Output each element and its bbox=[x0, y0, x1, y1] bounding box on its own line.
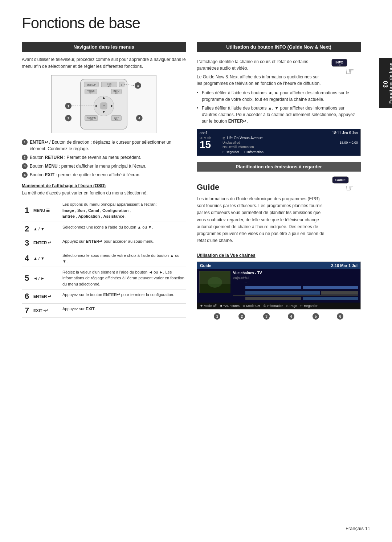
guide-footer-item6: ↵ Regarder bbox=[300, 304, 318, 308]
svg-text:GUIDE: GUIDE bbox=[335, 178, 346, 182]
circle-2: 2 bbox=[238, 313, 245, 320]
guide-footer-item5: ◇ Page bbox=[286, 304, 297, 308]
nav-intro-text: Avant d'utiliser le téléviseur, procédez… bbox=[22, 56, 186, 70]
page-footer: Français 11 bbox=[346, 526, 370, 531]
table-row: 1 MENU ☰ Les options du menu principal a… bbox=[22, 199, 186, 222]
svg-text:ℹ⓪: ℹ⓪ bbox=[115, 92, 118, 94]
svg-text:↵: ↵ bbox=[103, 104, 105, 107]
info-bullet-2: Faites défiler à l'aide des boutons ▲, ▼… bbox=[197, 105, 361, 124]
guide-time-label: Aujourd'hui bbox=[233, 276, 358, 280]
row-desc: Sélectionnez une icône à l'aide du bouto… bbox=[61, 222, 186, 236]
circle-5: 5 bbox=[313, 313, 319, 320]
table-row: 5 ◄ / ► Réglez la valeur d'un élément à … bbox=[22, 267, 186, 290]
circle-1: 1 bbox=[214, 313, 220, 320]
guide-section: Guide Les informations du Guide électron… bbox=[197, 176, 361, 249]
row-key: ENTER ↵ bbox=[32, 236, 61, 250]
row-desc: Les options du menu principal apparaisse… bbox=[61, 199, 186, 222]
row-key: ◄ / ► bbox=[32, 267, 61, 290]
guide-footer-item4: ⑦ Information bbox=[263, 304, 283, 308]
guide-channel-label: Vue chaînes - TV bbox=[233, 271, 358, 275]
guide-button-area: GUIDE ☞ bbox=[330, 176, 361, 200]
table-row: 2 ▲ / ▼ Sélectionnez une icône à l'aide … bbox=[22, 222, 186, 236]
info-panel-right: ⊠ Life On Venus Avenue Unclassified 18:0… bbox=[222, 136, 358, 154]
table-row: 4 ▲ / ▼ Sélectionnez le sous-menu de vot… bbox=[22, 250, 186, 267]
row-key: MENU ☰ bbox=[32, 199, 61, 222]
svg-text:☞: ☞ bbox=[346, 182, 354, 193]
info-panel-channel: abc1 bbox=[200, 131, 208, 135]
planif-section-header: Planification des émissions à regarder bbox=[197, 162, 361, 172]
info-text2: Le Guide Now & Next affiche des informat… bbox=[197, 74, 324, 87]
row-key: EXIT •⏎ bbox=[32, 304, 61, 318]
guide-footer-item2: ■ +24 heures bbox=[220, 304, 240, 308]
svg-text:☞: ☞ bbox=[345, 66, 354, 77]
svg-text:INFO: INFO bbox=[113, 90, 119, 93]
svg-text:G: G bbox=[121, 84, 122, 86]
row-key: ▲ / ▼ bbox=[32, 250, 61, 267]
right-column: Utilisation du bouton INFO (Guide Now & … bbox=[197, 42, 361, 320]
row-num: 1 bbox=[22, 199, 32, 222]
row-num: 2 bbox=[22, 222, 32, 236]
svg-text:ⓔ□: ⓔ□ bbox=[89, 92, 92, 94]
guide-title: Guide bbox=[197, 182, 327, 192]
info-ch-number: 15 bbox=[200, 140, 211, 150]
menu-table: 1 MENU ☰ Les options du menu principal a… bbox=[22, 199, 186, 318]
row-desc: Appuyez sur EXIT. bbox=[61, 304, 186, 318]
svg-text:ⓔ↩: ⓔ↩ bbox=[90, 119, 93, 121]
remote-svg: MEDIA.P ☰ ⓔ ■ⓔ G TOOLS ⓔ□ bbox=[52, 75, 156, 133]
circle-4: 4 bbox=[288, 313, 294, 320]
row-desc: Réglez la valeur d'un élément à l'aide d… bbox=[61, 267, 186, 290]
info-intro: L'affichage identifie la chaîne en cours… bbox=[197, 58, 324, 87]
info-button-graphic: INFO ℹ⓪ ☞ bbox=[330, 58, 359, 82]
bullet-menu: 3 Bouton MENU : permet d'afficher le men… bbox=[22, 163, 186, 169]
row-num: 4 bbox=[22, 250, 32, 267]
table-row: 7 EXIT •⏎ Appuyez sur EXIT. bbox=[22, 304, 186, 318]
guide-button-graphic: GUIDE ☞ bbox=[332, 176, 359, 198]
svg-text:-■ⓔ: -■ⓔ bbox=[115, 119, 118, 121]
info-panel-left: DTV Air 15 bbox=[200, 136, 220, 154]
row-key: ▲ / ▼ bbox=[32, 222, 61, 236]
left-column: Navigation dans les menus Avant d'utilis… bbox=[22, 42, 186, 320]
info-bullet-1: Faites défiler à l'aide des boutons ◄, ►… bbox=[197, 90, 361, 103]
guide-footer-item3: ⊕ Mode CH bbox=[242, 304, 260, 308]
chapter-label: Fonctions de base bbox=[388, 62, 392, 104]
bullet-exit: 4 Bouton EXIT : permet de quitter le men… bbox=[22, 172, 186, 178]
svg-text:4: 4 bbox=[138, 117, 140, 120]
guide-panel-footer: ★ Mode aff. ■ +24 heures ⊕ Mode CH ⑦ Inf… bbox=[197, 303, 360, 309]
chapter-number: 03 bbox=[382, 81, 388, 88]
guide-channel-list: Vue chaînes - TV Aujourd'hui -- bbox=[233, 271, 358, 301]
nav-bullets: 1 ENTER↵ / Bouton de direction : déplace… bbox=[22, 139, 186, 178]
svg-text:1: 1 bbox=[68, 104, 69, 108]
bullet-return: 2 Bouton RETURN : Permet de revenir au m… bbox=[22, 154, 186, 161]
info-section-header: Utilisation du bouton INFO (Guide Now & … bbox=[197, 42, 361, 52]
info-text1: L'affichage identifie la chaîne en cours… bbox=[197, 58, 324, 71]
osd-subtitle: La méthode d'accès peut varier en foncti… bbox=[22, 190, 186, 196]
utilisation-sub: Utilisation de la Vue chaînes bbox=[197, 253, 361, 258]
svg-text:INFO: INFO bbox=[335, 61, 343, 64]
nav-section-header: Navigation dans les menus bbox=[22, 42, 186, 52]
guide-panel-body: Vue chaînes - TV Aujourd'hui -- bbox=[197, 269, 360, 303]
info-panel-time: 18:11 Jeu 6 Jan bbox=[332, 131, 358, 135]
svg-text:▲: ▲ bbox=[102, 96, 106, 100]
row-key: ENTER ↵ bbox=[32, 290, 61, 304]
row-num: 5 bbox=[22, 267, 32, 290]
guide-thumbnail bbox=[199, 271, 230, 293]
svg-text:ℹ⓪: ℹ⓪ bbox=[338, 64, 341, 67]
row-desc: Sélectionnez le sous-menu de votre choix… bbox=[61, 250, 186, 267]
guide-circle-numbers: 1 2 3 4 5 6 bbox=[205, 313, 353, 320]
page-title: Fonctions de base bbox=[22, 15, 361, 32]
row-num: 7 bbox=[22, 304, 32, 318]
row-num: 3 bbox=[22, 236, 32, 250]
row-desc: Appuyez sur ENTER↵ pour accéder au sous-… bbox=[61, 236, 186, 250]
guide-footer-item1: ★ Mode aff. bbox=[200, 304, 217, 308]
svg-text:►: ► bbox=[110, 104, 114, 108]
planif-section: Planification des émissions à regarder bbox=[197, 162, 361, 172]
circle-3: 3 bbox=[263, 313, 270, 320]
circle-6: 6 bbox=[337, 313, 343, 320]
info-panel: abc1 18:11 Jeu 6 Jan DTV Air 15 ⊠ Life O… bbox=[197, 129, 361, 156]
guide-panel-date: 2-10 Mar 1 Jul bbox=[331, 263, 358, 268]
svg-text:■ⓔ: ■ⓔ bbox=[108, 85, 111, 87]
table-row: 3 ENTER ↵ Appuyez sur ENTER↵ pour accéde… bbox=[22, 236, 186, 250]
svg-text:MEDIA.P: MEDIA.P bbox=[87, 84, 95, 86]
chapter-tab: 03 Fonctions de base bbox=[379, 58, 392, 108]
remote-diagram: MEDIA.P ☰ ⓔ ■ⓔ G TOOLS ⓔ□ bbox=[51, 75, 156, 133]
